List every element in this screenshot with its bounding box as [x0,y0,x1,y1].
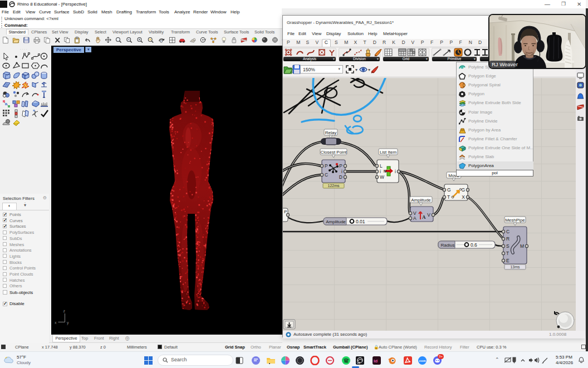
svg-text:N: N [384,169,386,173]
svg-text:122ms: 122ms [327,184,340,188]
svg-text:z: z [63,309,66,313]
svg-text:i: i [395,169,396,174]
svg-text:T: T [506,251,509,256]
svg-text:E: E [506,258,509,263]
svg-text:Relay: Relay [325,130,336,135]
svg-text:13ms: 13ms [510,265,520,269]
svg-text:i: i [380,169,381,174]
svg-text:Amplitude: Amplitude [411,198,431,203]
svg-text:V: V [427,212,430,218]
svg-text:G: G [447,187,451,193]
svg-text:Amplitude: Amplitude [326,219,346,224]
svg-text:A: A [422,214,426,220]
svg-text:▾: ▾ [355,67,357,72]
svg-text:Radius: Radius [441,243,455,248]
svg-text:A: A [413,215,416,221]
svg-text:P: P [325,163,328,169]
svg-text:M: M [520,243,524,249]
svg-text:List Item: List Item [380,150,397,155]
svg-text:L: L [380,163,383,169]
svg-text:Closest Point: Closest Point [320,150,347,155]
svg-text:C: C [325,172,328,178]
svg-text:P: P [339,163,342,169]
svg-text:T: T [447,194,450,200]
svg-text:D: D [339,174,342,180]
svg-text:zoom: zoom [419,360,426,362]
svg-text:G: G [461,187,465,193]
svg-text:y: y [67,321,69,325]
svg-text:i: i [341,169,342,174]
svg-text:R: R [506,236,509,242]
svg-text:W: W [380,174,384,180]
svg-text:0.6: 0.6 [471,242,477,248]
svg-text:C: C [506,229,509,234]
svg-text:X: X [462,194,465,200]
svg-text:V8: V8 [357,362,360,365]
svg-text:MeshPipe: MeshPipe [505,218,525,223]
svg-text:x: x [55,321,57,325]
svg-text:▾: ▾ [368,67,370,72]
svg-text:S: S [506,243,509,249]
svg-text:Id: Id [374,359,378,364]
svg-text:0.01: 0.01 [356,219,365,224]
svg-text:RJ Weaver: RJ Weaver [492,61,518,67]
